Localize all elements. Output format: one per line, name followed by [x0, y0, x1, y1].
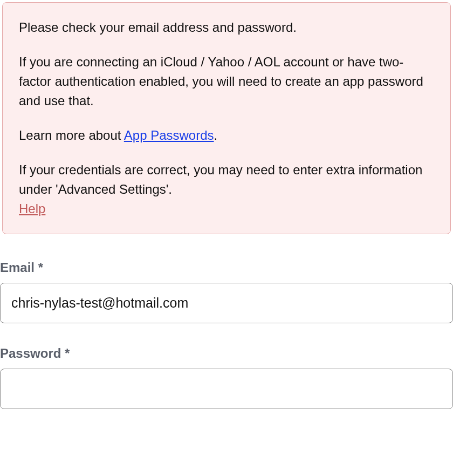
email-group: Email *	[0, 260, 453, 323]
login-form: Email * Password *	[0, 260, 453, 409]
password-field[interactable]	[0, 369, 453, 409]
email-label-text: Email	[0, 260, 35, 275]
email-field[interactable]	[0, 283, 453, 323]
error-message-box: Please check your email address and pass…	[2, 2, 451, 234]
help-link[interactable]: Help	[19, 201, 45, 216]
password-label: Password *	[0, 346, 453, 361]
error-line-4: If your credentials are correct, you may…	[19, 162, 422, 196]
password-group: Password *	[0, 346, 453, 409]
password-label-text: Password	[0, 346, 61, 361]
error-line-3-prefix: Learn more about	[19, 128, 124, 142]
error-line-4-wrap: If your credentials are correct, you may…	[19, 160, 434, 219]
error-line-3: Learn more about App Passwords.	[19, 126, 434, 145]
app-passwords-link[interactable]: App Passwords	[124, 128, 214, 142]
error-line-3-suffix: .	[214, 128, 218, 142]
required-asterisk: *	[38, 260, 43, 275]
error-line-1: Please check your email address and pass…	[19, 18, 434, 37]
email-label: Email *	[0, 260, 453, 275]
required-asterisk: *	[65, 346, 70, 361]
error-line-2: If you are connecting an iCloud / Yahoo …	[19, 52, 434, 111]
